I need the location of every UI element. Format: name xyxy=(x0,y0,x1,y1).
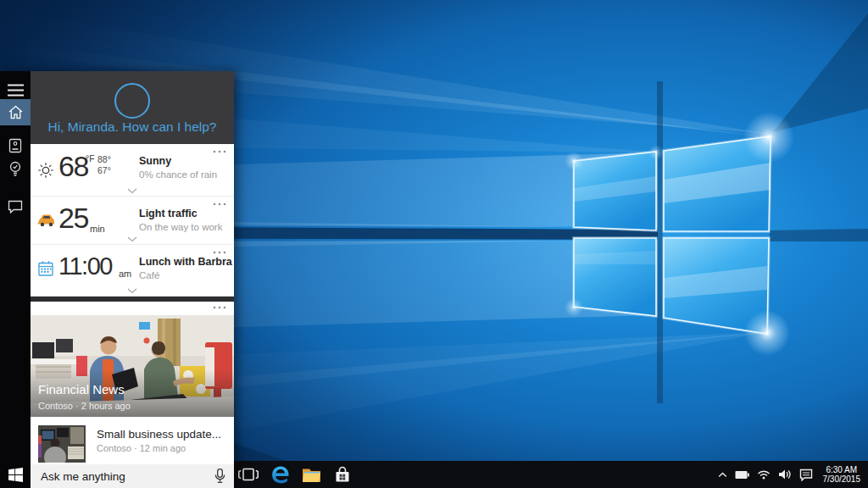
cortana-search-bar xyxy=(31,464,234,488)
cortana-header: Hi, Miranda. How can I help? xyxy=(31,71,234,144)
weather-detail: 0% chance of rain xyxy=(139,169,217,181)
traffic-detail: On the way to work xyxy=(139,221,222,234)
clock-date: 7/30/2015 xyxy=(823,474,861,485)
calendar-card[interactable]: 11:00 am Lunch with Barbra Café xyxy=(31,245,234,297)
expand-chevron-icon[interactable] xyxy=(127,188,137,194)
news-item-thumbnail xyxy=(38,425,86,463)
sidebar-item-home[interactable] xyxy=(0,99,31,125)
news-item-title: Small business update... xyxy=(97,428,221,441)
weather-temp: 68 xyxy=(58,152,88,180)
task-view-button[interactable] xyxy=(236,461,261,488)
weather-hi-lo: 88° 67° xyxy=(97,154,111,176)
clock-time: 6:30 AM xyxy=(823,465,861,475)
tray-expand-button[interactable] xyxy=(718,472,727,478)
calendar-event-title: Lunch with Barbra xyxy=(139,256,232,269)
tray-expand-icon xyxy=(718,472,727,478)
calendar-unit: am xyxy=(119,269,131,279)
volume-button[interactable] xyxy=(778,469,792,480)
expand-chevron-icon[interactable] xyxy=(127,288,137,294)
reminders-icon xyxy=(8,161,22,178)
system-tray: 6:30 AM 7/30/2015 xyxy=(718,461,868,488)
more-options-icon[interactable] xyxy=(213,251,226,254)
wifi-button[interactable] xyxy=(757,469,771,480)
more-options-icon[interactable] xyxy=(213,150,226,153)
task-view-icon xyxy=(237,467,259,482)
more-options-icon[interactable] xyxy=(213,306,226,309)
edge-icon xyxy=(270,464,291,485)
sidebar-item-notebook[interactable] xyxy=(0,134,31,158)
action-center-icon xyxy=(799,469,813,481)
home-icon xyxy=(8,105,24,119)
news-hero[interactable]: Financial News Contoso · 2 hours ago xyxy=(31,315,234,417)
taskbar-clock[interactable]: 6:30 AM 7/30/2015 xyxy=(821,465,861,485)
search-input[interactable] xyxy=(31,470,214,483)
hamburger-menu-icon xyxy=(8,84,24,97)
microphone-icon[interactable] xyxy=(214,468,226,485)
cortana-sidebar xyxy=(0,71,31,488)
file-explorer-button[interactable] xyxy=(298,461,324,488)
cortana-cards: 68 °F 88° 67° Sunny 0% chance of rain xyxy=(31,144,234,297)
wifi-icon xyxy=(757,469,771,480)
calendar-event-location: Café xyxy=(139,269,232,282)
start-button[interactable] xyxy=(0,461,31,488)
traffic-status: Light traffic xyxy=(139,208,222,220)
sun-icon xyxy=(37,162,54,179)
store-button[interactable] xyxy=(330,461,355,488)
traffic-unit: min xyxy=(90,224,105,234)
notebook-icon xyxy=(8,138,23,154)
battery-icon xyxy=(735,470,749,480)
start-icon xyxy=(8,468,23,482)
news-list-item[interactable]: Small business update... Contoso · 12 mi… xyxy=(31,425,234,463)
volume-icon xyxy=(778,469,792,480)
traffic-card[interactable]: 25 min Light traffic On the way to work xyxy=(31,197,234,245)
hamburger-menu-button[interactable] xyxy=(0,78,31,102)
news-headline-meta: Contoso · 2 hours ago xyxy=(38,401,131,411)
weather-card[interactable]: 68 °F 88° 67° Sunny 0% chance of rain xyxy=(31,144,234,197)
calendar-icon xyxy=(37,260,54,277)
cortana-panel: Hi, Miranda. How can I help? 68 °F 88° 6… xyxy=(0,71,234,488)
feedback-icon xyxy=(8,200,23,214)
news-headline: Financial News xyxy=(38,382,125,396)
car-icon xyxy=(37,213,56,228)
cortana-greeting: Hi, Miranda. How can I help? xyxy=(31,119,234,135)
more-options-icon[interactable] xyxy=(213,202,226,206)
action-center-button[interactable] xyxy=(799,469,813,481)
weather-unit: °F xyxy=(86,153,95,164)
news-item-meta: Contoso · 12 min ago xyxy=(97,443,221,453)
sidebar-item-feedback[interactable] xyxy=(0,195,31,219)
store-icon xyxy=(333,465,352,484)
cortana-ring-icon[interactable] xyxy=(114,83,150,119)
calendar-time: 11:00 xyxy=(58,254,112,279)
file-explorer-icon xyxy=(302,466,321,483)
weather-condition: Sunny xyxy=(139,155,217,168)
desktop: 6:30 AM 7/30/2015 xyxy=(0,0,868,488)
traffic-minutes: 25 xyxy=(58,203,88,232)
expand-chevron-icon[interactable] xyxy=(127,236,137,242)
battery-button[interactable] xyxy=(735,470,749,480)
news-section: Financial News Contoso · 2 hours ago xyxy=(31,302,234,464)
sidebar-item-reminders[interactable] xyxy=(0,158,31,181)
edge-button[interactable] xyxy=(267,461,292,488)
